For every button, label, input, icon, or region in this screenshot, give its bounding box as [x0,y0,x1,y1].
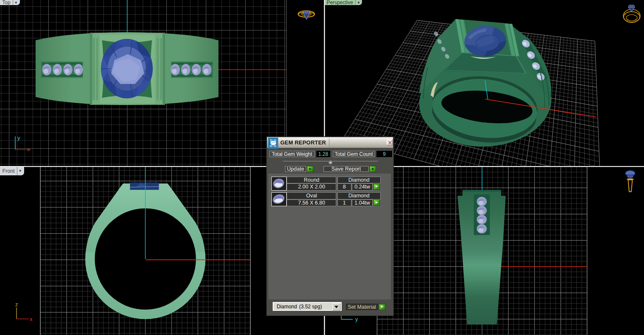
svg-text:z: z [15,301,18,307]
svg-text:x: x [30,316,33,322]
svg-text:y: y [355,316,358,322]
svg-text:x: x [27,147,30,152]
svg-text:y: y [17,135,20,141]
